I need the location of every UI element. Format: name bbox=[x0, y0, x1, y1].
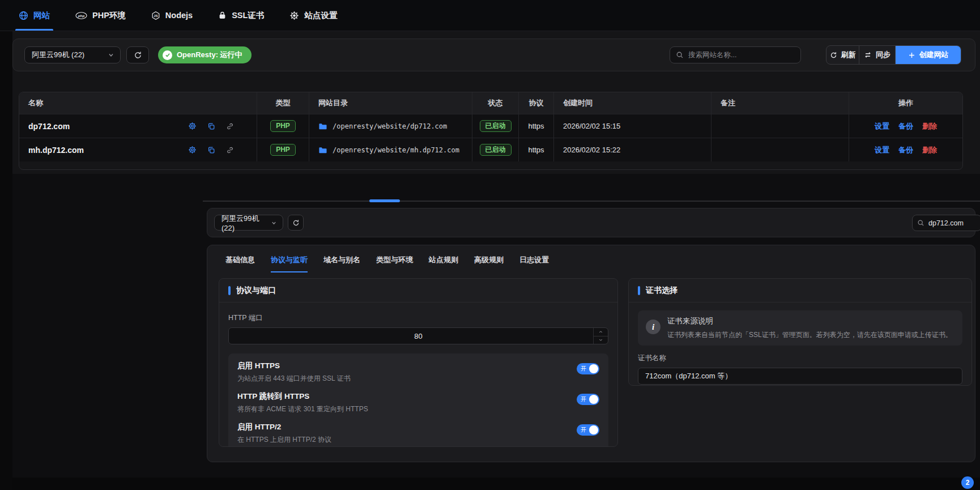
backup-link[interactable]: 备份 bbox=[898, 121, 913, 131]
chevron-down-icon bbox=[271, 220, 277, 226]
port-stepper bbox=[593, 328, 608, 344]
cert-name-value: 712com（dp712.com 等） bbox=[645, 371, 732, 381]
https-toggle-group: 启用 HTTPS 为站点开启 443 端口并使用 SSL 证书 开 HTTP 跳… bbox=[228, 353, 608, 447]
server-refresh-button[interactable] bbox=[126, 46, 149, 63]
site-created-cell: 2026/02/02 15:15 bbox=[554, 114, 711, 138]
nav-item-websites[interactable]: 网站 bbox=[19, 0, 50, 31]
type-badge: PHP bbox=[270, 144, 296, 156]
refresh-icon bbox=[134, 51, 142, 59]
tab-log-settings[interactable]: 日志设置 bbox=[519, 255, 549, 272]
accent-bar bbox=[638, 286, 640, 295]
http-port-label: HTTP 端口 bbox=[228, 313, 608, 323]
site-protocol-cell: https bbox=[519, 138, 554, 161]
settings-link[interactable]: 设置 bbox=[875, 121, 889, 131]
dialog-refresh-button[interactable] bbox=[288, 215, 304, 231]
sync-icon bbox=[864, 51, 872, 59]
server-selector-value: 阿里云99机 (22) bbox=[32, 50, 84, 60]
site-settings-icon[interactable] bbox=[188, 122, 197, 130]
toggle-knob bbox=[589, 364, 598, 373]
column-header-type: 类型 bbox=[257, 92, 309, 114]
tab-advanced-rules[interactable]: 高级规则 bbox=[474, 255, 504, 272]
search-icon bbox=[676, 51, 684, 59]
create-site-button-label: 创建网站 bbox=[919, 50, 949, 60]
toggle-description: 将所有非 ACME 请求 301 重定向到 HTTPS bbox=[237, 404, 368, 414]
status-badge: OpenResty: 运行中 bbox=[158, 46, 252, 63]
nav-label: PHP环境 bbox=[92, 10, 126, 21]
table-row: dp712.com bbox=[19, 114, 962, 138]
site-type-cell: PHP bbox=[257, 138, 309, 161]
site-search bbox=[670, 46, 801, 63]
backup-link[interactable]: 备份 bbox=[898, 145, 913, 155]
site-status-cell: 已启动 bbox=[472, 114, 519, 138]
dialog-search-input[interactable] bbox=[928, 219, 977, 227]
site-search-input[interactable] bbox=[688, 51, 795, 59]
link-icon[interactable] bbox=[226, 122, 234, 130]
site-actions-cell: 设置 备份 删除 bbox=[849, 138, 962, 161]
create-site-button[interactable]: 创建网站 bbox=[896, 46, 961, 64]
status-running-badge: 已启动 bbox=[480, 120, 512, 133]
delete-link[interactable]: 删除 bbox=[922, 145, 937, 155]
toggle-text: HTTP 跳转到 HTTPS 将所有非 ACME 请求 301 重定向到 HTT… bbox=[237, 391, 368, 414]
toggle-knob bbox=[589, 425, 598, 434]
cert-name-select[interactable]: 712com（dp712.com 等） bbox=[638, 368, 962, 385]
toggle-row-enable-https: 启用 HTTPS 为站点开启 443 端口并使用 SSL 证书 开 bbox=[237, 361, 599, 384]
http-to-https-toggle[interactable]: 开 bbox=[577, 394, 599, 405]
copy-icon[interactable] bbox=[207, 146, 215, 154]
row-quick-actions bbox=[188, 146, 234, 154]
table-row: mh.dp712.com bbox=[19, 138, 962, 161]
tab-protocol-listen[interactable]: 协议与监听 bbox=[271, 255, 308, 272]
app-screen: 网站 php PHP环境 JS Nodejs bbox=[0, 0, 980, 490]
refresh-button[interactable]: 刷新 bbox=[826, 46, 859, 64]
http-port-input[interactable] bbox=[228, 327, 608, 344]
svg-text:php: php bbox=[78, 13, 85, 17]
info-icon: i bbox=[646, 319, 661, 334]
stepper-down-button[interactable] bbox=[594, 336, 608, 344]
link-icon[interactable] bbox=[226, 146, 234, 154]
panel-body: i 证书来源说明 证书列表来自当前节点的「SSL证书」管理页面。若列表为空，请先… bbox=[629, 302, 972, 386]
nav-item-ssl[interactable]: SSL证书 bbox=[218, 0, 264, 31]
column-header-directory: 网站目录 bbox=[309, 92, 472, 114]
dialog-header-card: 阿里云99机 (22) bbox=[207, 208, 975, 237]
check-icon bbox=[163, 50, 172, 60]
dialog-search bbox=[912, 215, 980, 231]
toggle-title: 启用 HTTP/2 bbox=[237, 422, 331, 432]
plus-icon bbox=[908, 52, 915, 59]
column-header-status: 状态 bbox=[472, 92, 519, 114]
delete-link[interactable]: 删除 bbox=[922, 121, 937, 131]
php-icon: php bbox=[75, 11, 87, 20]
tab-domain-alias[interactable]: 域名与别名 bbox=[323, 255, 360, 272]
site-name-cell: dp712.com bbox=[19, 114, 257, 138]
sync-button-label: 同步 bbox=[876, 50, 890, 60]
site-name: mh.dp712.com bbox=[28, 146, 84, 155]
settings-link[interactable]: 设置 bbox=[875, 145, 889, 155]
site-settings-icon[interactable] bbox=[188, 146, 197, 154]
nav-label: SSL证书 bbox=[232, 10, 264, 21]
notice-text: 证书来源说明 证书列表来自当前节点的「SSL证书」管理页面。若列表为空，请先在该… bbox=[667, 316, 952, 340]
nav-item-nodejs[interactable]: JS Nodejs bbox=[151, 0, 193, 31]
toggle-description: 在 HTTPS 上启用 HTTP/2 协议 bbox=[237, 435, 331, 445]
dialog-body-card: 基础信息 协议与监听 域名与别名 类型与环境 站点规则 高级规则 日志设置 协议… bbox=[207, 245, 975, 462]
column-header-created: 创建时间 bbox=[554, 92, 711, 114]
notice-title: 证书来源说明 bbox=[667, 316, 952, 326]
tab-site-rules[interactable]: 站点规则 bbox=[429, 255, 458, 272]
notification-badge[interactable]: 2 bbox=[961, 476, 974, 489]
copy-icon[interactable] bbox=[207, 122, 215, 130]
sync-button[interactable]: 同步 bbox=[859, 46, 896, 64]
enable-http2-toggle[interactable]: 开 bbox=[577, 424, 599, 436]
stepper-up-button[interactable] bbox=[594, 328, 608, 336]
accent-bar bbox=[228, 286, 231, 295]
nav-label: 站点设置 bbox=[304, 10, 337, 21]
nav-item-site-settings[interactable]: 站点设置 bbox=[289, 0, 337, 31]
globe-icon bbox=[19, 11, 28, 20]
tab-type-env[interactable]: 类型与环境 bbox=[376, 255, 413, 272]
tab-basic-info[interactable]: 基础信息 bbox=[225, 255, 255, 272]
enable-https-toggle[interactable]: 开 bbox=[577, 363, 599, 374]
dialog-server-selector[interactable]: 阿里云99机 (22) bbox=[214, 215, 283, 231]
nav-item-php[interactable]: php PHP环境 bbox=[75, 0, 126, 31]
toggle-row-http-redirect: HTTP 跳转到 HTTPS 将所有非 ACME 请求 301 重定向到 HTT… bbox=[237, 391, 599, 414]
site-status-cell: 已启动 bbox=[472, 138, 519, 161]
nodejs-icon: JS bbox=[151, 11, 160, 20]
gear-icon bbox=[289, 11, 299, 20]
server-selector[interactable]: 阿里云99机 (22) bbox=[24, 46, 121, 63]
nav-label: 网站 bbox=[33, 10, 50, 21]
